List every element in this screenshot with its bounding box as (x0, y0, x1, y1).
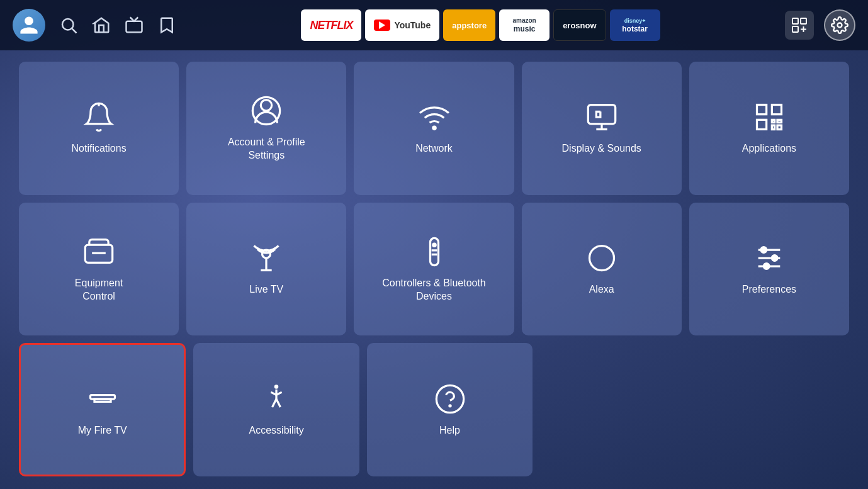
monitor-sound-icon (585, 101, 618, 133)
tile-network-label: Network (415, 142, 453, 155)
app-hotstar-button[interactable]: disney+ hotstar (610, 9, 660, 41)
settings-row-2: Equipment Control Live TV (19, 203, 849, 336)
svg-point-37 (274, 385, 279, 389)
svg-point-25 (432, 244, 435, 246)
search-icon[interactable] (59, 16, 78, 35)
bookmark-icon[interactable] (157, 16, 176, 35)
svg-rect-13 (588, 105, 615, 124)
settings-icon[interactable] (824, 9, 855, 41)
tile-help-label: Help (439, 424, 460, 437)
tile-notifications-label: Notifications (72, 142, 127, 155)
topbar-left (13, 9, 176, 42)
app-erosnow-button[interactable]: erosnow (553, 9, 606, 41)
tile-alexa[interactable]: Alexa (522, 203, 682, 336)
settings-row-1: Notifications Account & Profile Settings (19, 62, 849, 195)
wifi-icon (418, 101, 451, 133)
svg-point-0 (62, 19, 74, 30)
firetv-icon (86, 383, 119, 415)
grid-plus-icon[interactable] (785, 11, 814, 40)
svg-line-1 (72, 29, 77, 33)
svg-rect-16 (757, 105, 766, 115)
alexa-icon (585, 242, 618, 274)
svg-point-8 (838, 23, 842, 28)
tile-my-fire-tv-label: My Fire TV (78, 424, 127, 437)
topbar: NETFLIX YouTube appstore amazon music er… (0, 0, 868, 50)
antenna-icon (250, 242, 283, 274)
tile-accessibility[interactable]: Accessibility (193, 343, 359, 476)
empty-tile-2 (699, 343, 849, 476)
tile-controllers-label: Controllers & Bluetooth Devices (382, 277, 486, 303)
tile-live-tv[interactable]: Live TV (186, 203, 346, 336)
home-icon[interactable] (92, 16, 111, 35)
tile-display-sounds[interactable]: Display & Sounds (522, 62, 682, 195)
empty-tile-1 (540, 343, 690, 476)
svg-point-41 (436, 385, 463, 412)
svg-point-28 (589, 246, 614, 271)
svg-rect-24 (430, 238, 438, 265)
svg-rect-4 (801, 18, 806, 24)
topbar-right (785, 9, 855, 41)
svg-point-42 (449, 405, 450, 407)
settings-content: Notifications Account & Profile Settings (0, 50, 868, 489)
tile-my-fire-tv[interactable]: My Fire TV (19, 343, 186, 476)
app-youtube-button[interactable]: YouTube (365, 9, 439, 41)
tile-applications-label: Applications (742, 142, 796, 155)
remote-icon (418, 235, 451, 268)
tile-display-sounds-label: Display & Sounds (562, 142, 641, 155)
svg-point-10 (261, 100, 272, 111)
help-icon (434, 383, 466, 415)
tile-live-tv-label: Live TV (249, 283, 283, 296)
tile-controllers-bluetooth[interactable]: Controllers & Bluetooth Devices (354, 203, 514, 336)
user-circle-icon (250, 94, 283, 127)
svg-point-34 (764, 264, 769, 269)
svg-rect-5 (792, 26, 798, 32)
tile-alexa-label: Alexa (589, 283, 614, 296)
avatar[interactable] (13, 9, 45, 42)
page-wrapper: NETFLIX YouTube appstore amazon music er… (0, 0, 868, 489)
accessibility-icon (260, 383, 293, 415)
tile-notifications[interactable]: Notifications (19, 62, 179, 195)
sliders-icon (753, 242, 786, 274)
tile-help[interactable]: Help (367, 343, 533, 476)
svg-line-40 (276, 399, 281, 407)
tv-icon[interactable] (125, 16, 144, 35)
settings-row-3: My Fire TV Accessibility (19, 343, 849, 476)
topbar-apps: NETFLIX YouTube appstore amazon music er… (189, 9, 772, 41)
bell-icon (82, 101, 115, 133)
svg-line-39 (273, 399, 277, 407)
tile-preferences-label: Preferences (742, 283, 796, 296)
tile-account-profile[interactable]: Account & Profile Settings (186, 62, 346, 195)
tile-account-label: Account & Profile Settings (228, 136, 305, 162)
svg-rect-17 (772, 105, 781, 115)
svg-rect-2 (127, 21, 142, 33)
tile-network[interactable]: Network (354, 62, 514, 195)
tile-equipment-label: Equipment Control (75, 277, 123, 303)
equipment-icon (82, 235, 115, 268)
svg-point-32 (761, 247, 767, 253)
app-netflix-button[interactable]: NETFLIX (301, 9, 361, 41)
tile-applications[interactable]: Applications (689, 62, 849, 195)
svg-point-33 (772, 256, 777, 261)
tile-equipment-control[interactable]: Equipment Control (19, 203, 179, 336)
svg-rect-36 (94, 399, 111, 402)
app-amazon-music-button[interactable]: amazon music (499, 9, 550, 41)
apps-icon (753, 101, 786, 133)
tile-accessibility-label: Accessibility (249, 424, 304, 437)
tile-preferences[interactable]: Preferences (689, 203, 849, 336)
youtube-icon (374, 20, 390, 31)
app-appstore-button[interactable]: appstore (443, 9, 495, 41)
svg-point-12 (432, 127, 435, 130)
svg-rect-3 (792, 18, 798, 24)
svg-rect-18 (757, 120, 766, 130)
